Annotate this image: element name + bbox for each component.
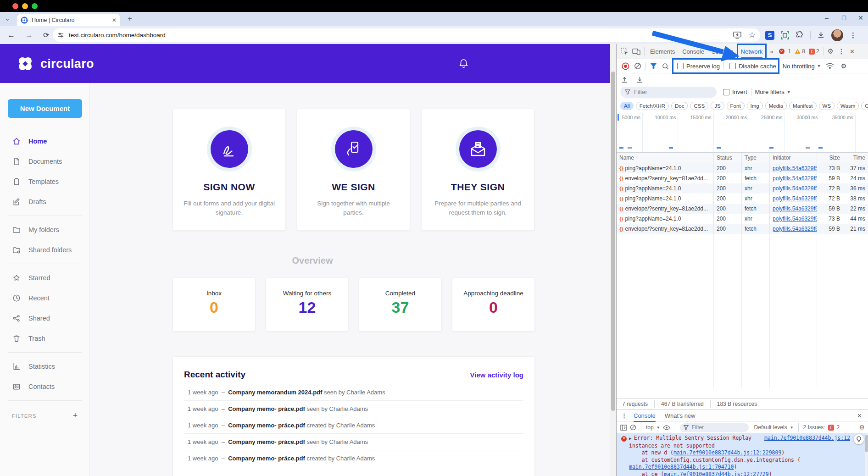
tab-search-icon[interactable]: ⌄: [5, 15, 10, 22]
network-request-row[interactable]: {}envelope/?sentry_key=81ae2dd... 200 fe…: [617, 224, 868, 234]
site-info-icon[interactable]: [57, 32, 64, 39]
disable-cache-checkbox[interactable]: [729, 63, 736, 69]
console-filter-input[interactable]: [691, 424, 737, 431]
stack-source-link[interactable]: main.7ef9010e8837d44b.js:1:704710: [629, 464, 734, 470]
profile-avatar[interactable]: [831, 29, 843, 41]
drawer-close-icon[interactable]: ✕: [857, 412, 866, 419]
url-bar[interactable]: test.circularo.com/home/dashboard ☆: [53, 28, 760, 42]
browser-tab[interactable]: Home | Circularo ✕: [17, 14, 120, 26]
minimize-traffic-light[interactable]: [22, 3, 28, 9]
more-filters-dropdown-icon[interactable]: ▼: [787, 90, 791, 94]
error-count-badge[interactable]: ✕ 1: [779, 48, 791, 55]
drawer-menu-icon[interactable]: ⋮: [621, 412, 627, 419]
stat-card-approaching-deadline[interactable]: Approaching deadline 0: [452, 277, 535, 332]
devtools-settings-icon[interactable]: ⚙: [828, 47, 834, 55]
sidebar-item-contacts[interactable]: Contacts: [0, 376, 90, 397]
network-filter-pill[interactable]: [620, 87, 717, 98]
filter-chip-img[interactable]: Img: [747, 102, 763, 110]
network-settings-icon[interactable]: ⚙: [841, 62, 847, 70]
sidebar-item-recent[interactable]: Recent: [0, 288, 90, 308]
downloads-icon[interactable]: [817, 31, 825, 39]
devtools-tab-sources[interactable]: Sources: [708, 44, 737, 59]
install-icon[interactable]: [733, 32, 741, 39]
error-source-link[interactable]: main.7ef9010e8837d44b.js:12: [764, 435, 850, 442]
new-document-button[interactable]: New Document: [8, 99, 82, 118]
close-traffic-light[interactable]: [12, 3, 18, 9]
clear-network-icon[interactable]: [634, 62, 641, 70]
console-context-select[interactable]: top: [646, 424, 654, 431]
levels-dropdown-icon[interactable]: ▼: [790, 426, 794, 430]
action-card-we-sign[interactable]: WE SIGN Sign together with multiple part…: [297, 109, 410, 231]
browser-menu-icon[interactable]: ⋮: [850, 31, 857, 39]
more-panels-icon[interactable]: »: [766, 44, 777, 59]
request-name[interactable]: {}ping?appName=24.1.0: [617, 163, 714, 173]
device-toolbar-icon[interactable]: [632, 48, 640, 55]
invert-checkbox[interactable]: [723, 89, 729, 95]
column-header-type[interactable]: Type: [742, 153, 770, 163]
request-initiator[interactable]: polyfills.54a6329f5: [770, 204, 817, 214]
extensions-puzzle-icon[interactable]: [796, 31, 804, 39]
inspect-element-icon[interactable]: [620, 47, 629, 55]
activity-file[interactable]: Company memo- práce.pdf: [228, 422, 305, 429]
request-initiator[interactable]: polyfills.54a6329f5: [770, 163, 817, 173]
filter-chip-ws[interactable]: WS: [819, 102, 835, 110]
url-text[interactable]: test.circularo.com/home/dashboard: [69, 32, 733, 39]
har-import-icon[interactable]: [621, 76, 628, 83]
request-name[interactable]: {}ping?appName=24.1.0: [617, 214, 714, 224]
reload-icon[interactable]: ⟳: [43, 31, 49, 39]
stack-source-link[interactable]: main.7ef9010e8837d44b.js:12:27729: [664, 471, 768, 476]
filter-chip-all[interactable]: All: [620, 102, 634, 110]
page-scrollbar[interactable]: [610, 44, 616, 476]
sidebar-item-shared[interactable]: Shared: [0, 308, 90, 328]
notifications-bell-icon[interactable]: [459, 58, 468, 69]
network-search-icon[interactable]: [662, 63, 669, 70]
action-card-they-sign[interactable]: THEY SIGN Prepare for multiple parties a…: [421, 109, 534, 231]
activity-row[interactable]: 1 week ago – Company memo- práce.pdf cre…: [184, 450, 523, 466]
request-initiator[interactable]: polyfills.54a6329f5: [770, 224, 817, 234]
console-messages[interactable]: ✕▶ Error: Multiple Sentry Session Replay…: [617, 433, 868, 476]
column-header-status[interactable]: Status: [714, 153, 742, 163]
tab-close-icon[interactable]: ✕: [112, 17, 117, 23]
clear-console-icon[interactable]: [630, 424, 636, 431]
filter-chip-media[interactable]: Media: [765, 102, 787, 110]
stat-card-completed[interactable]: Completed 37: [359, 277, 442, 332]
action-card-sign-now[interactable]: SIGN NOW Fill out forms and add your dig…: [172, 109, 286, 231]
activity-file[interactable]: Company memo- práce.pdf: [228, 405, 305, 412]
maximize-traffic-light[interactable]: [32, 3, 38, 9]
issues-link[interactable]: 2 Issues:: [803, 424, 825, 431]
filter-toggle-icon[interactable]: [650, 63, 657, 69]
column-header-initiator[interactable]: Initiator: [770, 153, 817, 163]
sidebar-item-starred[interactable]: Starred: [0, 268, 90, 288]
view-activity-log-link[interactable]: View activity log: [470, 371, 523, 379]
request-name[interactable]: {}ping?appName=24.1.0: [617, 194, 714, 204]
window-close-icon[interactable]: ✕: [858, 14, 863, 22]
activity-row[interactable]: 1 week ago – Company memo- práce.pdf see…: [184, 434, 523, 450]
context-dropdown-icon[interactable]: ▼: [657, 426, 660, 430]
page-scrollbar-thumb[interactable]: [611, 72, 615, 411]
filter-chip-css[interactable]: CSS: [690, 102, 708, 110]
stack-source-link[interactable]: main.7ef9010e8837d44b.js:12:229809: [673, 449, 781, 456]
sidebar-item-drafts[interactable]: Drafts: [0, 192, 90, 212]
har-export-icon[interactable]: [636, 76, 643, 83]
console-eye-icon[interactable]: [663, 425, 670, 430]
request-name[interactable]: {}envelope/?sentry_key=81ae2dd...: [617, 173, 714, 183]
column-header-size[interactable]: Size: [817, 153, 843, 163]
log-levels-select[interactable]: Default levels: [754, 424, 787, 431]
column-header-name[interactable]: Name: [617, 153, 714, 163]
request-name[interactable]: {}envelope/?sentry_key=81ae2dd...: [617, 224, 714, 234]
sidebar-item-trash[interactable]: Trash: [0, 328, 90, 349]
bookmark-star-icon[interactable]: ☆: [749, 30, 756, 40]
network-timeline[interactable]: 5000 ms 10000 ms 15000 ms 20000 ms 25000…: [617, 113, 868, 153]
forward-icon[interactable]: →: [25, 31, 33, 40]
preserve-log-checkbox[interactable]: [677, 63, 684, 69]
activity-row[interactable]: 1 week ago – Company memo- práce.pdf see…: [184, 401, 523, 417]
activity-row[interactable]: 1 week ago – Company memo- práce.pdf cre…: [184, 417, 523, 434]
sidebar-item-home[interactable]: Home: [0, 131, 90, 151]
network-request-row[interactable]: {}ping?appName=24.1.0 200 xhr polyfills.…: [617, 214, 868, 224]
app-logo[interactable]: circularo: [16, 54, 94, 73]
request-initiator[interactable]: polyfills.54a6329f5: [770, 173, 817, 183]
throttling-dropdown-icon[interactable]: ▼: [817, 64, 821, 68]
sidebar-item-templates[interactable]: Templates: [0, 172, 90, 192]
window-maximize-icon[interactable]: ▢: [841, 14, 846, 21]
filter-chip-other[interactable]: Other: [861, 102, 868, 110]
